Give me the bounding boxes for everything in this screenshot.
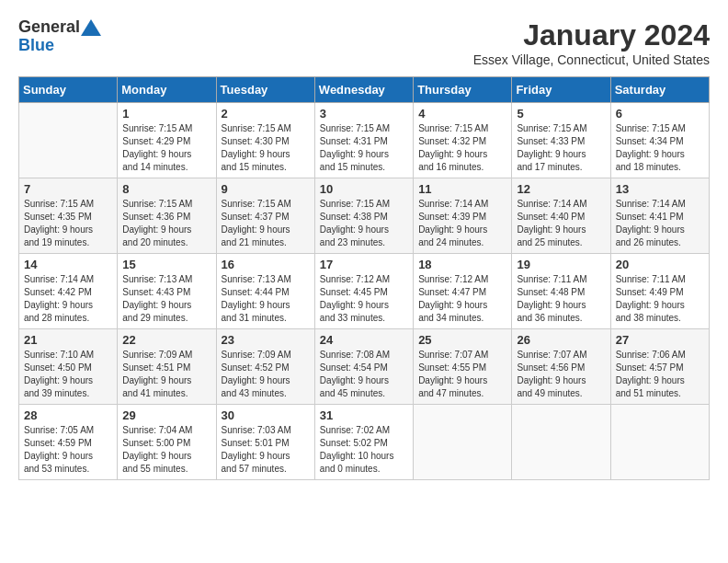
calendar-cell: 9Sunrise: 7:15 AMSunset: 4:37 PMDaylight… xyxy=(216,178,314,254)
calendar-cell: 1Sunrise: 7:15 AMSunset: 4:29 PMDaylight… xyxy=(118,103,216,178)
calendar-cell: 27Sunrise: 7:06 AMSunset: 4:57 PMDayligh… xyxy=(610,329,709,405)
logo-icon xyxy=(81,19,101,36)
weekday-header-row: SundayMondayTuesdayWednesdayThursdayFrid… xyxy=(19,77,710,103)
day-info: Sunrise: 7:07 AMSunset: 4:55 PMDaylight:… xyxy=(418,349,506,400)
svg-marker-0 xyxy=(81,19,101,36)
day-info: Sunrise: 7:08 AMSunset: 4:54 PMDaylight:… xyxy=(320,349,408,400)
calendar-cell: 15Sunrise: 7:13 AMSunset: 4:43 PMDayligh… xyxy=(118,254,216,329)
day-info: Sunrise: 7:15 AMSunset: 4:37 PMDaylight:… xyxy=(222,198,310,249)
logo-blue-text: Blue xyxy=(18,36,54,54)
day-number: 14 xyxy=(24,258,112,271)
calendar-cell: 29Sunrise: 7:04 AMSunset: 5:00 PMDayligh… xyxy=(118,405,216,480)
day-number: 20 xyxy=(616,258,704,271)
calendar-cell: 31Sunrise: 7:02 AMSunset: 5:02 PMDayligh… xyxy=(314,405,413,480)
day-info: Sunrise: 7:15 AMSunset: 4:35 PMDaylight:… xyxy=(24,198,112,249)
day-info: Sunrise: 7:10 AMSunset: 4:50 PMDaylight:… xyxy=(24,349,112,400)
calendar-cell: 14Sunrise: 7:14 AMSunset: 4:42 PMDayligh… xyxy=(19,254,118,329)
day-number: 10 xyxy=(320,182,408,196)
day-info: Sunrise: 7:15 AMSunset: 4:30 PMDaylight:… xyxy=(222,122,310,174)
calendar-cell: 16Sunrise: 7:13 AMSunset: 4:44 PMDayligh… xyxy=(216,254,314,329)
day-number: 4 xyxy=(418,107,506,121)
day-number: 27 xyxy=(616,333,704,347)
calendar-cell: 4Sunrise: 7:15 AMSunset: 4:32 PMDaylight… xyxy=(414,103,512,178)
day-info: Sunrise: 7:14 AMSunset: 4:40 PMDaylight:… xyxy=(517,198,605,249)
calendar-cell: 17Sunrise: 7:12 AMSunset: 4:45 PMDayligh… xyxy=(314,254,413,329)
day-info: Sunrise: 7:12 AMSunset: 4:45 PMDaylight:… xyxy=(320,273,408,325)
calendar-cell xyxy=(19,103,118,178)
day-info: Sunrise: 7:02 AMSunset: 5:02 PMDaylight:… xyxy=(320,424,408,476)
day-number: 12 xyxy=(517,182,605,196)
day-info: Sunrise: 7:14 AMSunset: 4:41 PMDaylight:… xyxy=(616,198,704,249)
calendar-week-row: 28Sunrise: 7:05 AMSunset: 4:59 PMDayligh… xyxy=(19,405,710,480)
calendar-cell: 21Sunrise: 7:10 AMSunset: 4:50 PMDayligh… xyxy=(19,329,118,405)
day-info: Sunrise: 7:14 AMSunset: 4:39 PMDaylight:… xyxy=(418,198,506,249)
calendar-cell: 20Sunrise: 7:11 AMSunset: 4:49 PMDayligh… xyxy=(610,254,709,329)
calendar-cell: 23Sunrise: 7:09 AMSunset: 4:52 PMDayligh… xyxy=(216,329,314,405)
logo-text: General Blue xyxy=(18,18,102,55)
day-number: 11 xyxy=(418,182,506,196)
calendar-cell: 8Sunrise: 7:15 AMSunset: 4:36 PMDaylight… xyxy=(118,178,216,254)
day-number: 21 xyxy=(24,333,112,347)
day-info: Sunrise: 7:15 AMSunset: 4:32 PMDaylight:… xyxy=(418,122,506,174)
day-number: 9 xyxy=(222,182,310,196)
weekday-header-sunday: Sunday xyxy=(19,77,118,103)
location-subtitle: Essex Village, Connecticut, United State… xyxy=(473,52,710,67)
day-number: 3 xyxy=(320,107,408,121)
day-number: 25 xyxy=(418,333,506,347)
day-number: 7 xyxy=(24,182,112,196)
day-info: Sunrise: 7:06 AMSunset: 4:57 PMDaylight:… xyxy=(616,349,704,400)
month-title: January 2024 xyxy=(473,18,710,52)
weekday-header-saturday: Saturday xyxy=(610,77,709,103)
calendar-cell: 18Sunrise: 7:12 AMSunset: 4:47 PMDayligh… xyxy=(414,254,512,329)
weekday-header-monday: Monday xyxy=(118,77,216,103)
day-info: Sunrise: 7:09 AMSunset: 4:52 PMDaylight:… xyxy=(222,349,310,400)
day-number: 30 xyxy=(222,408,310,422)
day-number: 18 xyxy=(418,258,506,271)
day-info: Sunrise: 7:09 AMSunset: 4:51 PMDaylight:… xyxy=(122,349,210,400)
day-number: 24 xyxy=(320,333,408,347)
calendar-cell: 7Sunrise: 7:15 AMSunset: 4:35 PMDaylight… xyxy=(19,178,118,254)
calendar-cell: 28Sunrise: 7:05 AMSunset: 4:59 PMDayligh… xyxy=(19,405,118,480)
calendar-cell: 2Sunrise: 7:15 AMSunset: 4:30 PMDaylight… xyxy=(216,103,314,178)
day-info: Sunrise: 7:14 AMSunset: 4:42 PMDaylight:… xyxy=(24,273,112,325)
weekday-header-thursday: Thursday xyxy=(414,77,512,103)
weekday-header-wednesday: Wednesday xyxy=(314,77,413,103)
day-info: Sunrise: 7:07 AMSunset: 4:56 PMDaylight:… xyxy=(517,349,605,400)
day-info: Sunrise: 7:12 AMSunset: 4:47 PMDaylight:… xyxy=(418,273,506,325)
day-number: 2 xyxy=(222,107,310,121)
day-info: Sunrise: 7:15 AMSunset: 4:31 PMDaylight:… xyxy=(320,122,408,174)
day-info: Sunrise: 7:15 AMSunset: 4:29 PMDaylight:… xyxy=(122,122,210,174)
calendar-cell xyxy=(414,405,512,480)
calendar-week-row: 21Sunrise: 7:10 AMSunset: 4:50 PMDayligh… xyxy=(19,329,710,405)
calendar-week-row: 14Sunrise: 7:14 AMSunset: 4:42 PMDayligh… xyxy=(19,254,710,329)
day-info: Sunrise: 7:04 AMSunset: 5:00 PMDaylight:… xyxy=(122,424,210,476)
calendar-cell: 13Sunrise: 7:14 AMSunset: 4:41 PMDayligh… xyxy=(610,178,709,254)
day-info: Sunrise: 7:15 AMSunset: 4:33 PMDaylight:… xyxy=(517,122,605,174)
calendar-cell: 11Sunrise: 7:14 AMSunset: 4:39 PMDayligh… xyxy=(414,178,512,254)
page-header: General Blue January 2024 Essex Village,… xyxy=(18,18,710,67)
day-info: Sunrise: 7:13 AMSunset: 4:43 PMDaylight:… xyxy=(122,273,210,325)
day-number: 5 xyxy=(517,107,605,121)
day-number: 17 xyxy=(320,258,408,271)
day-number: 16 xyxy=(222,258,310,271)
day-number: 29 xyxy=(122,408,210,422)
calendar-cell: 6Sunrise: 7:15 AMSunset: 4:34 PMDaylight… xyxy=(610,103,709,178)
calendar-cell: 22Sunrise: 7:09 AMSunset: 4:51 PMDayligh… xyxy=(118,329,216,405)
calendar-cell: 19Sunrise: 7:11 AMSunset: 4:48 PMDayligh… xyxy=(512,254,610,329)
title-block: January 2024 Essex Village, Connecticut,… xyxy=(473,18,710,67)
day-number: 23 xyxy=(222,333,310,347)
day-number: 19 xyxy=(517,258,605,271)
day-info: Sunrise: 7:11 AMSunset: 4:48 PMDaylight:… xyxy=(517,273,605,325)
day-number: 6 xyxy=(616,107,704,121)
day-info: Sunrise: 7:15 AMSunset: 4:38 PMDaylight:… xyxy=(320,198,408,249)
calendar-cell: 10Sunrise: 7:15 AMSunset: 4:38 PMDayligh… xyxy=(314,178,413,254)
day-number: 26 xyxy=(517,333,605,347)
day-info: Sunrise: 7:11 AMSunset: 4:49 PMDaylight:… xyxy=(616,273,704,325)
day-info: Sunrise: 7:05 AMSunset: 4:59 PMDaylight:… xyxy=(24,424,112,476)
calendar-cell xyxy=(610,405,709,480)
calendar-cell: 24Sunrise: 7:08 AMSunset: 4:54 PMDayligh… xyxy=(314,329,413,405)
weekday-header-tuesday: Tuesday xyxy=(216,77,314,103)
logo: General Blue xyxy=(18,18,102,55)
day-info: Sunrise: 7:15 AMSunset: 4:36 PMDaylight:… xyxy=(122,198,210,249)
calendar-cell xyxy=(512,405,610,480)
